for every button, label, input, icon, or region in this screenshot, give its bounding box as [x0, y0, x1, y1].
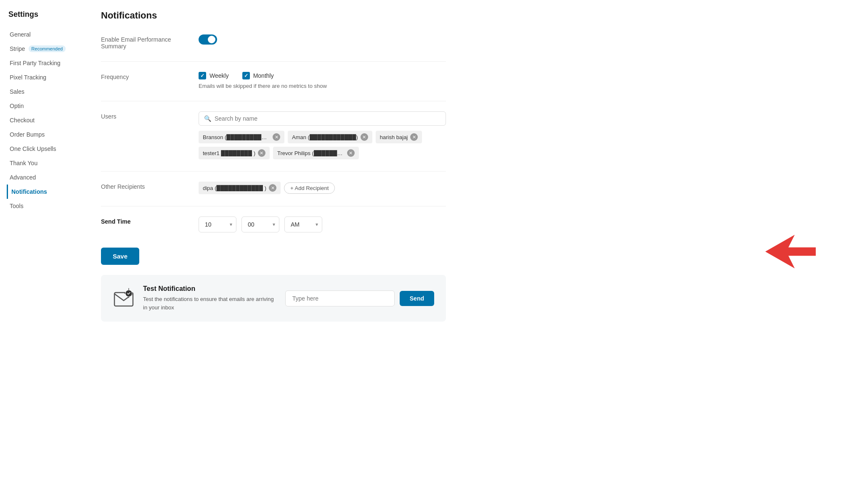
- weekly-checkbox[interactable]: [199, 72, 206, 79]
- remove-harish-button[interactable]: ✕: [410, 133, 418, 141]
- user-tags: Branson (████████████ ) ✕ Aman (████████…: [199, 131, 446, 159]
- weekly-option[interactable]: Weekly: [199, 72, 229, 79]
- test-notification-input[interactable]: [285, 290, 395, 306]
- sidebar-item-label: Advanced: [10, 174, 36, 181]
- recipient-tag-dipa: dipa (████████████ ) ✕: [199, 182, 281, 194]
- monthly-label: Monthly: [253, 72, 274, 79]
- user-tag-aman: Aman (████████████) ✕: [288, 131, 372, 143]
- stripe-badge: Recommended: [29, 45, 66, 52]
- remove-trevor-button[interactable]: ✕: [347, 149, 355, 157]
- search-icon: 🔍: [204, 115, 211, 122]
- sidebar-item-sales[interactable]: Sales: [7, 84, 77, 99]
- frequency-content: Weekly Monthly Emails will be skipped if…: [199, 72, 446, 89]
- sidebar-item-label: First Party Tracking: [10, 60, 61, 66]
- sidebar-item-label: Thank You: [10, 160, 37, 166]
- user-tag-branson: Branson (████████████ ) ✕: [199, 131, 284, 143]
- recipients-row: dipa (████████████ ) ✕ + Add Recipient: [199, 182, 446, 194]
- tag-text: tester1 ████████ ): [203, 150, 255, 156]
- sidebar-item-checkout[interactable]: Checkout: [7, 113, 77, 127]
- save-button[interactable]: Save: [101, 248, 139, 265]
- sidebar-item-pixel-tracking[interactable]: Pixel Tracking: [7, 70, 77, 84]
- sidebar-item-notifications[interactable]: Notifications: [7, 185, 77, 199]
- sidebar-item-tools[interactable]: Tools: [7, 199, 77, 213]
- sidebar-item-order-bumps[interactable]: Order Bumps: [7, 127, 77, 142]
- sidebar-item-label: General: [10, 31, 31, 38]
- tag-text: Branson (████████████ ): [203, 134, 270, 140]
- remove-branson-button[interactable]: ✕: [273, 133, 280, 141]
- sidebar-item-general[interactable]: General: [7, 27, 77, 42]
- email-summary-row: Enable Email Performance Summary: [101, 34, 446, 50]
- users-row: Users 🔍 Branson (████████████ ) ✕ Aman (…: [101, 111, 446, 159]
- email-icon: [113, 288, 135, 309]
- frequency-hint: Emails will be skipped if there are no m…: [199, 83, 446, 89]
- sidebar-title: Settings: [7, 10, 77, 19]
- frequency-options: Weekly Monthly: [199, 72, 446, 79]
- test-notification-card: Test Notification Test the notifications…: [101, 275, 446, 322]
- monthly-option[interactable]: Monthly: [242, 72, 274, 79]
- email-summary-label: Enable Email Performance Summary: [101, 34, 185, 50]
- users-label: Users: [101, 111, 185, 120]
- weekly-label: Weekly: [210, 72, 229, 79]
- add-recipient-button[interactable]: + Add Recipient: [284, 182, 335, 194]
- sidebar-item-optin[interactable]: Optin: [7, 99, 77, 113]
- other-recipients-row: Other Recipients dipa (████████████ ) ✕ …: [101, 182, 446, 194]
- sidebar-item-label: One Click Upsells: [10, 145, 56, 152]
- user-tag-trevor: Trevor Philips (████████ ) ✕: [273, 147, 359, 159]
- toggle-slider: [199, 34, 217, 45]
- frequency-row: Frequency Weekly Monthly Emails will be …: [101, 72, 446, 89]
- frequency-label: Frequency: [101, 72, 185, 80]
- send-time-label: Send Time: [101, 216, 185, 225]
- send-time-content: 1234 5678 9101112 00153045 AMPM: [199, 216, 446, 232]
- email-summary-content: [199, 34, 446, 46]
- time-selectors: 1234 5678 9101112 00153045 AMPM: [199, 216, 446, 232]
- red-arrow-indicator: [765, 235, 816, 269]
- other-recipients-label: Other Recipients: [101, 182, 185, 190]
- user-search-box[interactable]: 🔍: [199, 111, 446, 126]
- sidebar-item-label: Tools: [10, 203, 24, 209]
- email-summary-toggle[interactable]: [199, 34, 217, 45]
- sidebar-item-first-party-tracking[interactable]: First Party Tracking: [7, 56, 77, 70]
- sidebar-item-stripe[interactable]: Stripe Recommended: [7, 42, 77, 56]
- sidebar-item-label: Order Bumps: [10, 131, 45, 138]
- remove-tester1-button[interactable]: ✕: [258, 149, 265, 157]
- send-button[interactable]: Send: [400, 291, 434, 306]
- hour-select[interactable]: 1234 5678 9101112: [199, 216, 236, 232]
- remove-aman-button[interactable]: ✕: [361, 133, 368, 141]
- user-tag-harish: harish bajaj ✕: [376, 131, 422, 143]
- sidebar-item-advanced[interactable]: Advanced: [7, 170, 77, 185]
- sidebar-item-label: Sales: [10, 88, 24, 95]
- sidebar-item-label: Optin: [10, 103, 24, 109]
- main-content: Notifications Enable Email Performance S…: [84, 10, 463, 494]
- period-select[interactable]: AMPM: [284, 216, 322, 232]
- test-actions: Send: [285, 290, 434, 306]
- tag-text: harish bajaj: [380, 134, 408, 140]
- period-select-wrapper: AMPM: [284, 216, 322, 232]
- sidebar-item-label: Stripe: [10, 45, 25, 52]
- add-recipient-label: + Add Recipient: [290, 185, 329, 191]
- tag-text: dipa (████████████ ): [203, 185, 266, 191]
- sidebar-item-label: Pixel Tracking: [10, 74, 46, 81]
- tag-text: Aman (████████████): [292, 134, 358, 140]
- sidebar: Settings General Stripe Recommended Firs…: [0, 10, 84, 494]
- send-time-row: Send Time 1234 5678 9101112 00153045: [101, 216, 446, 232]
- remove-dipa-button[interactable]: ✕: [269, 184, 276, 192]
- users-content: 🔍 Branson (████████████ ) ✕ Aman (██████…: [199, 111, 446, 159]
- other-recipients-content: dipa (████████████ ) ✕ + Add Recipient: [199, 182, 446, 194]
- test-info: Test Notification Test the notifications…: [143, 285, 277, 311]
- sidebar-item-thank-you[interactable]: Thank You: [7, 156, 77, 170]
- sidebar-item-label: Notifications: [11, 188, 47, 195]
- test-notification-title: Test Notification: [143, 285, 277, 293]
- sidebar-item-label: Checkout: [10, 117, 34, 124]
- minute-select-wrapper: 00153045: [241, 216, 279, 232]
- monthly-checkbox[interactable]: [242, 72, 250, 79]
- user-tag-tester1: tester1 ████████ ) ✕: [199, 147, 270, 159]
- test-notification-description: Test the notifications to ensure that em…: [143, 295, 277, 311]
- search-input[interactable]: [215, 115, 440, 122]
- svg-marker-2: [765, 235, 816, 268]
- page-title: Notifications: [101, 10, 446, 21]
- hour-select-wrapper: 1234 5678 9101112: [199, 216, 236, 232]
- sidebar-item-one-click-upsells[interactable]: One Click Upsells: [7, 142, 77, 156]
- tag-text: Trevor Philips (████████ ): [277, 150, 345, 156]
- minute-select[interactable]: 00153045: [241, 216, 279, 232]
